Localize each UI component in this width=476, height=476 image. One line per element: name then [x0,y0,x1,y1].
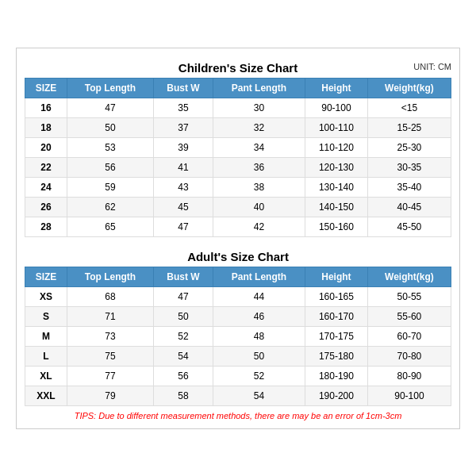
table-row: XL775652180-19080-90 [25,366,451,386]
table-row: S715046160-17055-60 [25,306,451,326]
table-cell: 47 [67,98,153,117]
table-cell: 42 [213,217,305,236]
table-cell: 45-50 [367,217,451,236]
table-cell: M [25,326,67,346]
table-row: L755450175-18070-80 [25,346,451,366]
table-cell: 110-120 [305,137,368,157]
table-cell: 120-130 [305,157,368,177]
children-title: Children's Size Chart UNIT: CM [25,56,451,78]
table-cell: 100-110 [305,117,368,137]
table-cell: 52 [154,326,213,346]
table-cell: 32 [213,117,305,137]
table-row: 22564136120-13030-35 [25,157,451,177]
table-cell: 35 [154,98,213,117]
table-cell: S [25,306,67,326]
table-cell: 52 [213,366,305,386]
table-cell: 71 [67,306,153,326]
table-cell: 48 [213,326,305,346]
table-cell: 59 [67,177,153,197]
table-cell: XXL [25,386,67,405]
table-cell: 80-90 [367,366,451,386]
chart-container: Children's Size Chart UNIT: CM SIZE Top … [16,48,460,429]
table-cell: 58 [154,386,213,405]
table-cell: 43 [154,177,213,197]
table-cell: XL [25,366,67,386]
table-cell: 40 [213,197,305,217]
table-cell: 25-30 [367,137,451,157]
unit-label: UNIT: CM [413,62,451,71]
table-cell: 39 [154,137,213,157]
table-cell: 55-60 [367,306,451,326]
table-row: 24594338130-14035-40 [25,177,451,197]
table-cell: 150-160 [305,217,368,236]
table-cell: 37 [154,117,213,137]
table-cell: 15-25 [367,117,451,137]
table-cell: 50-55 [367,286,451,306]
table-cell: 68 [67,286,153,306]
table-row: XXL795854190-20090-100 [25,386,451,405]
adults-header-row: SIZE Top Length Bust W Pant Length Heigh… [25,267,451,286]
col-size: SIZE [25,78,67,98]
table-cell: 90-100 [367,386,451,405]
table-cell: 130-140 [305,177,368,197]
children-header-row: SIZE Top Length Bust W Pant Length Heigh… [25,78,451,98]
table-cell: 50 [154,306,213,326]
table-cell: 54 [213,386,305,405]
table-cell: 34 [213,137,305,157]
table-cell: 47 [154,217,213,236]
table-cell: 53 [67,137,153,157]
table-cell: 40-45 [367,197,451,217]
table-row: M735248170-17560-70 [25,326,451,346]
table-cell: 30 [213,98,305,117]
table-cell: 180-190 [305,366,368,386]
table-cell: XS [25,286,67,306]
col-pant-length-a: Pant Length [213,267,305,286]
table-cell: <15 [367,98,451,117]
col-height-a: Height [305,267,368,286]
table-row: XS684744160-16550-55 [25,286,451,306]
table-row: 1647353090-100<15 [25,98,451,117]
table-cell: 46 [213,306,305,326]
table-cell: 170-175 [305,326,368,346]
col-top-length: Top Length [67,78,153,98]
table-cell: 50 [213,346,305,366]
table-cell: 44 [213,286,305,306]
adults-title-text: Adult's Size Chart [187,250,289,263]
table-cell: 22 [25,157,67,177]
table-cell: 54 [154,346,213,366]
col-size-a: SIZE [25,267,67,286]
table-cell: 65 [67,217,153,236]
table-cell: 41 [154,157,213,177]
table-cell: 20 [25,137,67,157]
table-cell: 16 [25,98,67,117]
table-cell: 175-180 [305,346,368,366]
table-row: 26624540140-15040-45 [25,197,451,217]
table-cell: 56 [154,366,213,386]
table-cell: 50 [67,117,153,137]
col-top-length-a: Top Length [67,267,153,286]
table-row: 18503732100-11015-25 [25,117,451,137]
table-cell: 75 [67,346,153,366]
children-title-text: Children's Size Chart [178,61,298,75]
table-cell: 36 [213,157,305,177]
table-cell: 45 [154,197,213,217]
table-cell: 73 [67,326,153,346]
adults-table: SIZE Top Length Bust W Pant Length Heigh… [25,267,451,406]
table-cell: 77 [67,366,153,386]
table-row: 28654742150-16045-50 [25,217,451,236]
table-cell: L [25,346,67,366]
table-cell: 190-200 [305,386,368,405]
col-pant-length: Pant Length [213,78,305,98]
table-cell: 30-35 [367,157,451,177]
col-height: Height [305,78,368,98]
table-cell: 28 [25,217,67,236]
tips-text: TIPS: Due to different measurement metho… [25,411,451,420]
table-cell: 160-170 [305,306,368,326]
adults-title: Adult's Size Chart [25,245,451,267]
table-cell: 35-40 [367,177,451,197]
table-cell: 90-100 [305,98,368,117]
table-cell: 79 [67,386,153,405]
table-cell: 47 [154,286,213,306]
table-cell: 24 [25,177,67,197]
table-cell: 56 [67,157,153,177]
